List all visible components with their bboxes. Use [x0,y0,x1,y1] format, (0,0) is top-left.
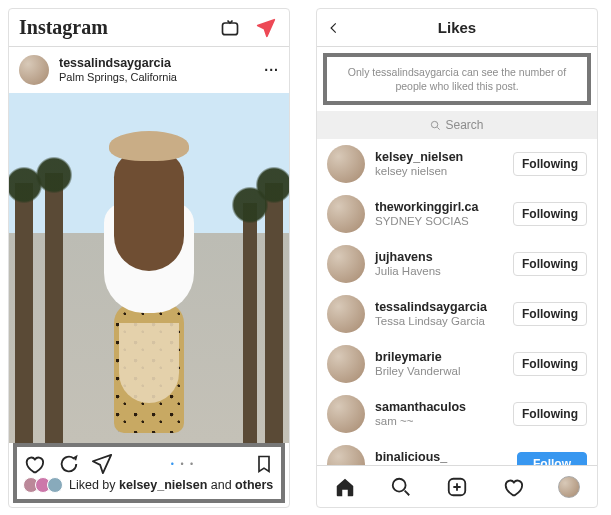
svg-point-1 [432,121,438,127]
liked-by-prefix: Liked by [69,478,119,492]
liker-username[interactable]: jujhavens [375,250,513,265]
liker-row: samanthaculossam ~~Following [317,389,597,439]
like-icon[interactable] [23,453,45,475]
back-icon[interactable] [327,18,341,38]
author-username[interactable]: tessalindsaygarcia [59,56,264,71]
visibility-notice: Only tessalindsaygarcia can see the numb… [323,53,591,105]
liked-by-middle: and [207,478,235,492]
tab-search-icon[interactable] [390,476,412,498]
liker-avatar[interactable] [327,345,365,383]
share-icon[interactable] [91,453,113,475]
likes-pane: Likes Only tessalindsaygarcia can see th… [316,8,598,508]
liker-avatar[interactable] [327,245,365,283]
liker-username[interactable]: samanthaculos [375,400,513,415]
svg-rect-0 [223,23,238,35]
following-button[interactable]: Following [513,152,587,176]
liker-row: brileymarieBriley VanderwalFollowing [317,339,597,389]
liker-display-name: Julia Havens [375,265,513,279]
liker-avatar[interactable] [327,145,365,183]
liker-display-name: Tessa Lindsay Garcia [375,315,513,329]
liker-row: tessalindsaygarciaTessa Lindsay GarciaFo… [317,289,597,339]
liker-mini-avatar [47,477,63,493]
liker-display-name: SYDNEY SOCIAS [375,215,513,229]
follow-button[interactable]: Follow [517,452,587,465]
liker-avatar[interactable] [327,295,365,333]
tab-profile-avatar[interactable] [558,476,580,498]
liker-username[interactable]: binalicious_ [375,450,517,465]
post-location[interactable]: Palm Springs, California [59,71,264,84]
likers-list: kelsey_nielsenkelsey nielsenFollowingthe… [317,139,597,465]
liker-display-name: kelsey nielsen [375,165,513,179]
liker-username[interactable]: brileymarie [375,350,513,365]
tab-bar [317,465,597,507]
feed-header: Instagram [9,9,289,47]
save-icon[interactable] [253,453,275,475]
liker-display-name: sam ~~ [375,415,513,429]
liker-avatar[interactable] [327,395,365,433]
post-header: tessalindsaygarcia Palm Springs, Califor… [9,47,289,93]
comment-icon[interactable] [57,453,79,475]
svg-point-2 [393,478,406,491]
author-avatar[interactable] [19,55,49,85]
following-button[interactable]: Following [513,202,587,226]
liker-username[interactable]: kelsey_nielsen [375,150,513,165]
igtv-icon[interactable] [219,17,241,39]
following-button[interactable]: Following [513,402,587,426]
tab-activity-icon[interactable] [502,476,524,498]
liker-avatar[interactable] [327,195,365,233]
feed-pane: Instagram tessalindsaygarcia Palm Spring… [8,8,290,508]
tab-add-icon[interactable] [446,476,468,498]
following-button[interactable]: Following [513,252,587,276]
liker-row: binalicious_A L B I N AFollow [317,439,597,465]
liker-username[interactable]: tessalindsaygarcia [375,300,513,315]
following-button[interactable]: Following [513,352,587,376]
likes-header: Likes [317,9,597,47]
search-input[interactable]: Search [317,111,597,139]
search-placeholder: Search [445,118,483,132]
tab-home-icon[interactable] [334,476,356,498]
carousel-dots: • • • [113,459,253,469]
liked-by-others[interactable]: others [235,478,273,492]
post-more-icon[interactable]: ··· [264,62,279,78]
likes-title: Likes [438,19,476,36]
liker-row: jujhavensJulia HavensFollowing [317,239,597,289]
following-button[interactable]: Following [513,302,587,326]
post-actions-highlight: • • • Liked by kelsey_nielsen and others [13,443,285,503]
liker-display-name: Briley Vanderwal [375,365,513,379]
liked-by-row[interactable]: Liked by kelsey_nielsen and others [23,477,275,493]
liked-by-lead[interactable]: kelsey_nielsen [119,478,207,492]
direct-icon[interactable] [255,17,277,39]
brand-logo: Instagram [19,16,108,39]
post-photo[interactable] [9,93,289,443]
liker-row: kelsey_nielsenkelsey nielsenFollowing [317,139,597,189]
liker-username[interactable]: theworkinggirl.ca [375,200,513,215]
liker-row: theworkinggirl.caSYDNEY SOCIASFollowing [317,189,597,239]
liker-avatar[interactable] [327,445,365,465]
